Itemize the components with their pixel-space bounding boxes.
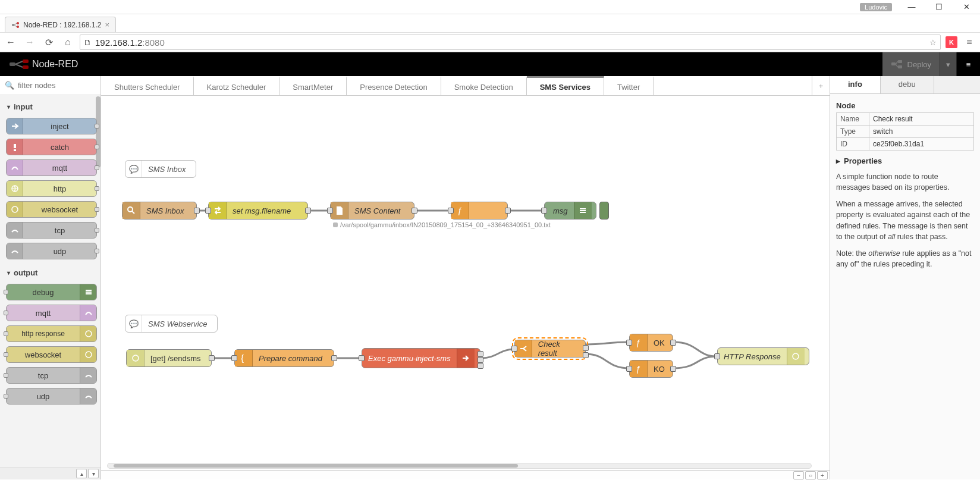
- tab-smartmeter[interactable]: SmartMeter: [279, 76, 347, 95]
- info-id-value: ce25f0eb.31da1: [869, 138, 974, 151]
- info-type-value: switch: [869, 126, 974, 138]
- table-row: NameCheck result: [837, 113, 974, 126]
- forward-button[interactable]: →: [23, 35, 37, 49]
- node-label: OK: [648, 338, 671, 347]
- sidebar-body: Node NameCheck result Typeswitch IDce25f…: [830, 94, 980, 280]
- bookmark-star-icon[interactable]: ☆: [929, 38, 937, 47]
- palette-node-http-in[interactable]: http: [6, 180, 97, 197]
- palette-node-tcp-out[interactable]: tcp: [6, 367, 97, 384]
- zoom-in-button[interactable]: +: [817, 471, 828, 479]
- node-sms-content[interactable]: SMS Content: [330, 202, 414, 220]
- node-ko[interactable]: ƒ KO: [629, 360, 673, 378]
- template-icon: {: [235, 350, 253, 366]
- sidebar-tab-debug[interactable]: debu: [881, 76, 934, 93]
- globe-icon: [7, 181, 23, 196]
- node-sms-inbox-watch[interactable]: SMS Inbox: [122, 202, 197, 220]
- wires-layer: [101, 96, 830, 470]
- globe-icon: [127, 350, 145, 366]
- palette-collapse-down[interactable]: ▾: [88, 469, 99, 478]
- browser-tab[interactable]: Node-RED : 192.168.1.2 ×: [5, 17, 116, 32]
- reload-button[interactable]: ⟳: [42, 35, 56, 49]
- node-label: SMS Inbox: [140, 206, 190, 215]
- palette-node-websocket-in[interactable]: websocket: [6, 201, 97, 218]
- svg-rect-10: [14, 149, 16, 151]
- palette-node-label: websocket: [7, 350, 80, 359]
- comment-icon: 💬: [125, 161, 142, 177]
- minimize-button[interactable]: —: [898, 0, 925, 14]
- palette-category-input[interactable]: ▾input: [6, 98, 97, 114]
- info-paragraph: Note: the otherwise rule applies as a "n…: [836, 248, 974, 269]
- palette-node-label: tcp: [23, 226, 96, 235]
- footer-strip: [0, 479, 980, 489]
- canvas-scrollbar-h[interactable]: [107, 463, 812, 469]
- main-menu-button[interactable]: ≡: [956, 52, 980, 76]
- palette-node-udp-out[interactable]: udp: [6, 388, 97, 405]
- palette-node-websocket-out[interactable]: websocket: [6, 346, 97, 363]
- flow-canvas[interactable]: 💬 SMS Inbox SMS Inbox set msg.filename: [101, 96, 830, 470]
- svg-rect-7: [898, 65, 902, 68]
- workspace-tabs: Shutters Scheduler Karotz Scheduler Smar…: [101, 76, 830, 96]
- palette-collapse-up[interactable]: ▴: [76, 469, 87, 478]
- maximize-button[interactable]: ☐: [925, 0, 953, 14]
- palette-node-udp-in[interactable]: udp: [6, 243, 97, 259]
- tab-presence[interactable]: Presence Detection: [347, 76, 441, 95]
- node-exec[interactable]: Exec gammu-inject-sms: [362, 348, 480, 368]
- svg-point-12: [12, 206, 18, 212]
- node-http-in[interactable]: [get] /sendsms: [126, 349, 212, 367]
- sidebar-tab-info[interactable]: info: [830, 76, 881, 93]
- svg-point-2: [17, 26, 19, 28]
- zoom-reset-button[interactable]: ○: [805, 471, 816, 479]
- node-label: HTTP Response: [718, 352, 787, 361]
- node-ok[interactable]: ƒ OK: [629, 334, 673, 352]
- back-button[interactable]: ←: [4, 35, 18, 49]
- function-icon: ƒ: [630, 334, 648, 351]
- node-set-filename[interactable]: set msg.filename: [208, 202, 308, 220]
- node-check-result[interactable]: Check result: [514, 340, 586, 358]
- globe-icon: [80, 326, 96, 341]
- palette-node-mqtt-out[interactable]: mqtt: [6, 305, 97, 321]
- comment-node[interactable]: 💬 SMS Webservice: [125, 315, 218, 333]
- node-function-blank[interactable]: ƒ: [451, 202, 508, 220]
- info-type-label: Type: [837, 126, 869, 138]
- chrome-menu-icon[interactable]: ≡: [962, 35, 976, 49]
- palette-footer: ▴ ▾: [0, 468, 100, 479]
- tab-close-icon[interactable]: ×: [105, 20, 109, 29]
- zoom-out-button[interactable]: −: [793, 471, 804, 479]
- extension-icon[interactable]: K: [946, 36, 957, 48]
- node-label: KO: [648, 365, 671, 374]
- url-input[interactable]: 🗋 192.168.1.2:8080 ☆: [80, 35, 941, 50]
- palette-filter-input[interactable]: [18, 81, 96, 90]
- tab-smoke[interactable]: Smoke Detection: [441, 76, 527, 95]
- palette-node-tcp-in[interactable]: tcp: [6, 222, 97, 239]
- palette-category-output[interactable]: ▾output: [6, 264, 97, 280]
- tab-add-button[interactable]: +: [812, 76, 830, 95]
- palette-node-label: mqtt: [23, 164, 96, 173]
- palette-node-debug[interactable]: debug: [6, 284, 97, 300]
- palette-filter-row: 🔍: [0, 76, 100, 95]
- node-debug-msg[interactable]: msg: [544, 202, 596, 220]
- bridge-icon: [7, 160, 23, 175]
- node-http-response[interactable]: HTTP Response: [717, 347, 809, 365]
- palette-node-mqtt-in[interactable]: mqtt: [6, 159, 97, 176]
- chevron-down-icon: ▾: [7, 104, 10, 110]
- tab-sms-services[interactable]: SMS Services: [527, 76, 604, 95]
- deploy-dropdown[interactable]: ▾: [940, 52, 956, 76]
- app-logo: Node-RED: [10, 59, 78, 70]
- tab-shutters[interactable]: Shutters Scheduler: [101, 76, 194, 95]
- tab-twitter[interactable]: Twitter: [604, 76, 654, 95]
- url-text: 192.168.1.2:8080: [95, 37, 165, 48]
- properties-header[interactable]: ▸Properties: [836, 156, 974, 165]
- debug-toggle-button[interactable]: [599, 202, 609, 220]
- palette-node-inject[interactable]: inject: [6, 118, 97, 134]
- deploy-button[interactable]: Deploy: [882, 52, 940, 76]
- comment-node[interactable]: 💬 SMS Inbox: [125, 160, 196, 178]
- tab-karotz[interactable]: Karotz Scheduler: [194, 76, 280, 95]
- category-label: output: [14, 268, 37, 277]
- svg-point-17: [86, 352, 92, 358]
- deploy-label: Deploy: [907, 60, 931, 69]
- palette-node-http-response[interactable]: http response: [6, 325, 97, 342]
- node-prepare-command[interactable]: { Prepare command: [234, 349, 334, 367]
- palette-node-catch[interactable]: catch: [6, 139, 97, 155]
- close-window-button[interactable]: ✕: [953, 0, 980, 14]
- home-button[interactable]: ⌂: [61, 35, 75, 49]
